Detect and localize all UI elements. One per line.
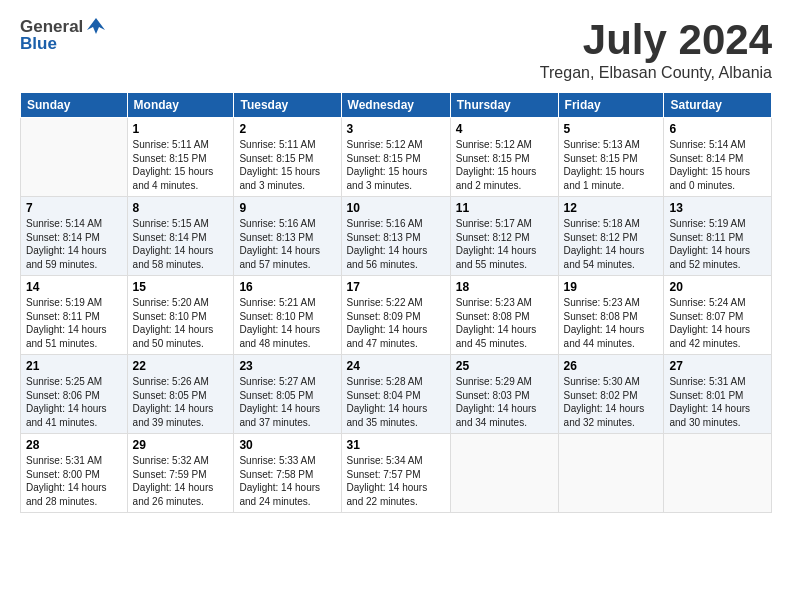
cell-text: and 28 minutes. <box>26 495 122 509</box>
cell-text: and 26 minutes. <box>133 495 229 509</box>
table-row: 12Sunrise: 5:18 AMSunset: 8:12 PMDayligh… <box>558 197 664 276</box>
cell-text: and 48 minutes. <box>239 337 335 351</box>
day-number: 25 <box>456 359 553 373</box>
cell-text: Sunset: 8:13 PM <box>347 231 445 245</box>
cell-text: Sunset: 8:07 PM <box>669 310 766 324</box>
cell-text: Daylight: 14 hours <box>133 244 229 258</box>
day-number: 20 <box>669 280 766 294</box>
cell-text: and 55 minutes. <box>456 258 553 272</box>
cell-text: Sunset: 8:13 PM <box>239 231 335 245</box>
cell-text: Daylight: 14 hours <box>456 402 553 416</box>
cell-text: and 0 minutes. <box>669 179 766 193</box>
day-number: 26 <box>564 359 659 373</box>
table-row: 27Sunrise: 5:31 AMSunset: 8:01 PMDayligh… <box>664 355 772 434</box>
table-row: 13Sunrise: 5:19 AMSunset: 8:11 PMDayligh… <box>664 197 772 276</box>
table-row: 21Sunrise: 5:25 AMSunset: 8:06 PMDayligh… <box>21 355 128 434</box>
table-row: 23Sunrise: 5:27 AMSunset: 8:05 PMDayligh… <box>234 355 341 434</box>
cell-text: Sunset: 8:05 PM <box>239 389 335 403</box>
calendar-week-row: 1Sunrise: 5:11 AMSunset: 8:15 PMDaylight… <box>21 118 772 197</box>
cell-text: Sunset: 8:15 PM <box>456 152 553 166</box>
day-number: 28 <box>26 438 122 452</box>
cell-text: Sunset: 8:10 PM <box>239 310 335 324</box>
cell-text: Daylight: 14 hours <box>347 323 445 337</box>
cell-text: Sunrise: 5:11 AM <box>133 138 229 152</box>
day-number: 12 <box>564 201 659 215</box>
table-row: 19Sunrise: 5:23 AMSunset: 8:08 PMDayligh… <box>558 276 664 355</box>
cell-text: Sunset: 8:02 PM <box>564 389 659 403</box>
day-number: 24 <box>347 359 445 373</box>
col-wednesday: Wednesday <box>341 93 450 118</box>
cell-text: Sunrise: 5:16 AM <box>239 217 335 231</box>
table-row: 5Sunrise: 5:13 AMSunset: 8:15 PMDaylight… <box>558 118 664 197</box>
cell-text: Daylight: 15 hours <box>669 165 766 179</box>
cell-text: Daylight: 14 hours <box>26 481 122 495</box>
cell-text: Sunset: 8:15 PM <box>133 152 229 166</box>
cell-text: Daylight: 15 hours <box>239 165 335 179</box>
table-row: 8Sunrise: 5:15 AMSunset: 8:14 PMDaylight… <box>127 197 234 276</box>
cell-text: Sunrise: 5:17 AM <box>456 217 553 231</box>
cell-text: Sunrise: 5:23 AM <box>564 296 659 310</box>
month-title: July 2024 <box>540 16 772 64</box>
day-number: 21 <box>26 359 122 373</box>
col-tuesday: Tuesday <box>234 93 341 118</box>
cell-text: and 52 minutes. <box>669 258 766 272</box>
cell-text: Sunset: 8:11 PM <box>669 231 766 245</box>
table-row: 29Sunrise: 5:32 AMSunset: 7:59 PMDayligh… <box>127 434 234 513</box>
cell-text: Sunset: 8:08 PM <box>456 310 553 324</box>
cell-text: Sunrise: 5:26 AM <box>133 375 229 389</box>
cell-text: Daylight: 14 hours <box>26 323 122 337</box>
col-thursday: Thursday <box>450 93 558 118</box>
calendar-table: Sunday Monday Tuesday Wednesday Thursday… <box>20 92 772 513</box>
cell-text: Daylight: 14 hours <box>133 481 229 495</box>
cell-text: Daylight: 15 hours <box>564 165 659 179</box>
cell-text: Sunrise: 5:19 AM <box>669 217 766 231</box>
cell-text: Daylight: 14 hours <box>347 481 445 495</box>
table-row <box>21 118 128 197</box>
cell-text: and 51 minutes. <box>26 337 122 351</box>
cell-text: Sunset: 8:05 PM <box>133 389 229 403</box>
cell-text: Daylight: 14 hours <box>564 402 659 416</box>
table-row: 24Sunrise: 5:28 AMSunset: 8:04 PMDayligh… <box>341 355 450 434</box>
table-row: 10Sunrise: 5:16 AMSunset: 8:13 PMDayligh… <box>341 197 450 276</box>
col-friday: Friday <box>558 93 664 118</box>
table-row: 26Sunrise: 5:30 AMSunset: 8:02 PMDayligh… <box>558 355 664 434</box>
cell-text: and 50 minutes. <box>133 337 229 351</box>
col-monday: Monday <box>127 93 234 118</box>
cell-text: Sunrise: 5:15 AM <box>133 217 229 231</box>
cell-text: Sunrise: 5:31 AM <box>669 375 766 389</box>
cell-text: and 39 minutes. <box>133 416 229 430</box>
cell-text: Sunset: 8:15 PM <box>239 152 335 166</box>
cell-text: and 59 minutes. <box>26 258 122 272</box>
cell-text: and 35 minutes. <box>347 416 445 430</box>
cell-text: Sunset: 8:03 PM <box>456 389 553 403</box>
day-number: 8 <box>133 201 229 215</box>
cell-text: Sunset: 8:06 PM <box>26 389 122 403</box>
day-number: 22 <box>133 359 229 373</box>
cell-text: Daylight: 14 hours <box>669 323 766 337</box>
table-row: 2Sunrise: 5:11 AMSunset: 8:15 PMDaylight… <box>234 118 341 197</box>
day-number: 5 <box>564 122 659 136</box>
cell-text: Sunrise: 5:31 AM <box>26 454 122 468</box>
svg-marker-0 <box>87 18 105 34</box>
cell-text: Sunset: 8:11 PM <box>26 310 122 324</box>
cell-text: and 32 minutes. <box>564 416 659 430</box>
table-row: 4Sunrise: 5:12 AMSunset: 8:15 PMDaylight… <box>450 118 558 197</box>
cell-text: Sunset: 8:14 PM <box>133 231 229 245</box>
cell-text: Sunset: 8:15 PM <box>347 152 445 166</box>
col-sunday: Sunday <box>21 93 128 118</box>
day-number: 1 <box>133 122 229 136</box>
table-row: 30Sunrise: 5:33 AMSunset: 7:58 PMDayligh… <box>234 434 341 513</box>
cell-text: Sunset: 8:12 PM <box>456 231 553 245</box>
table-row: 11Sunrise: 5:17 AMSunset: 8:12 PMDayligh… <box>450 197 558 276</box>
cell-text: Sunset: 7:59 PM <box>133 468 229 482</box>
cell-text: Sunrise: 5:18 AM <box>564 217 659 231</box>
cell-text: Sunrise: 5:29 AM <box>456 375 553 389</box>
cell-text: and 57 minutes. <box>239 258 335 272</box>
table-row <box>664 434 772 513</box>
cell-text: Sunrise: 5:28 AM <box>347 375 445 389</box>
cell-text: and 37 minutes. <box>239 416 335 430</box>
cell-text: Sunrise: 5:27 AM <box>239 375 335 389</box>
cell-text: Daylight: 15 hours <box>456 165 553 179</box>
cell-text: and 42 minutes. <box>669 337 766 351</box>
cell-text: Daylight: 14 hours <box>26 244 122 258</box>
